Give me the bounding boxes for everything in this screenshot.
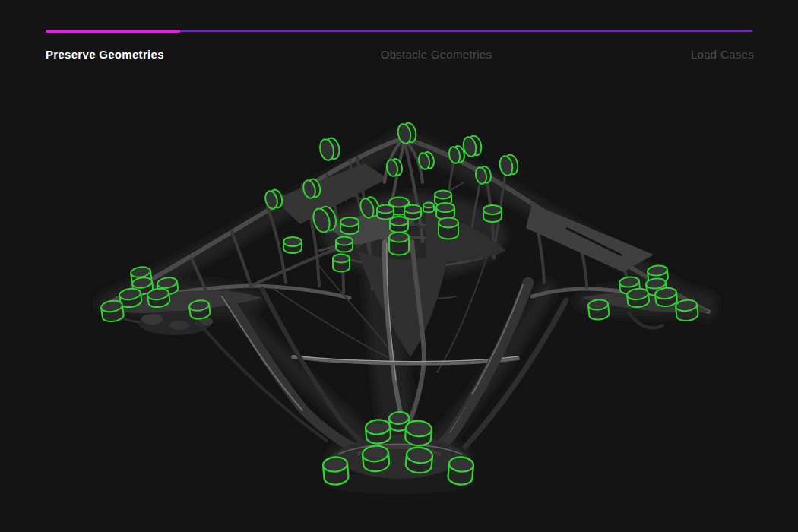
tab-preserve-geometries[interactable]: Preserve Geometries (46, 48, 164, 61)
preserve-marker-cylinder[interactable] (404, 420, 432, 447)
preserve-marker-cylinder[interactable] (318, 137, 341, 162)
preserve-marker-cylinder[interactable] (498, 154, 519, 176)
preserve-marker-cylinder[interactable] (188, 299, 211, 320)
preserve-marker-cylinder[interactable] (322, 456, 349, 486)
preserve-marker-cylinder[interactable] (365, 419, 391, 445)
preserve-marker-cylinder[interactable] (390, 217, 408, 233)
preserve-marker-cylinder[interactable] (340, 217, 359, 234)
preserve-marker-cylinder[interactable] (333, 255, 350, 272)
preserve-marker-cylinder[interactable] (404, 205, 421, 220)
preserve-marker-cylinder[interactable] (100, 299, 124, 323)
progress-remaining-segment (180, 30, 752, 32)
preserve-marker-cylinder[interactable] (483, 205, 502, 222)
preserve-marker-cylinder[interactable] (423, 203, 434, 213)
preserve-marker-cylinder[interactable] (362, 445, 390, 472)
preserve-marker-cylinder[interactable] (436, 203, 454, 220)
preserve-marker-cylinder[interactable] (654, 287, 677, 308)
preserve-marker-cylinder[interactable] (439, 218, 458, 239)
preserve-marker-cylinder[interactable] (283, 237, 302, 253)
wizard-header: Preserve Geometries Obstacle Geometries … (0, 0, 798, 76)
preserve-marker-cylinder[interactable] (377, 205, 394, 220)
progress-completed-segment (46, 30, 180, 33)
preserve-marker-cylinder[interactable] (587, 299, 610, 321)
preserve-marker-cylinder[interactable] (626, 288, 649, 309)
preserve-marker-cylinder[interactable] (675, 299, 698, 322)
generative-structure-canvas (0, 76, 798, 532)
preserve-marker-cylinder[interactable] (336, 237, 353, 252)
preserve-marker-cylinder[interactable] (448, 456, 474, 486)
preserve-marker-cylinder[interactable] (405, 446, 433, 473)
tab-obstacle-geometries[interactable]: Obstacle Geometries (381, 48, 492, 61)
step-tabs: Preserve Geometries Obstacle Geometries … (0, 48, 798, 65)
progress-bar (46, 30, 752, 33)
viewport-3d[interactable] (0, 76, 798, 532)
preserve-marker-cylinder[interactable] (389, 233, 409, 255)
tab-load-cases[interactable]: Load Cases (691, 48, 754, 61)
preserve-marker-cylinder[interactable] (147, 287, 170, 309)
